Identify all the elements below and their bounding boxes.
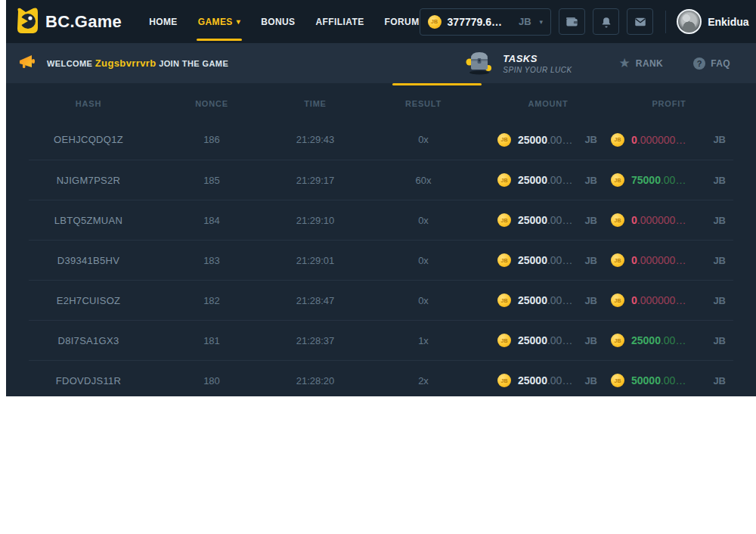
bet-amount: JB25000.00…JB [491, 293, 605, 307]
jb-coin-icon: JB [611, 374, 624, 387]
column-header-profit: PROFIT [605, 99, 733, 108]
nav-right-cluster: JB 377779.6… JB ▾ [420, 8, 756, 36]
user-menu[interactable]: Enkidua ▾ [677, 9, 756, 34]
table-row[interactable]: D8I7SA1GX318121:28:371xJB25000.00…JBJB25… [29, 320, 733, 360]
bet-amount: JB25000.00…JB [491, 334, 605, 347]
currency-unit: JB [584, 335, 597, 346]
nav-item-affiliate[interactable]: AFFILIATE [316, 0, 364, 43]
column-header-time: TIME [275, 99, 355, 108]
bet-time: 21:28:47 [275, 295, 355, 306]
nav-item-bonus[interactable]: BONUS [261, 0, 295, 43]
jb-coin-icon: JB [497, 173, 511, 187]
avatar [677, 9, 702, 34]
jb-coin-icon: JB [497, 133, 511, 147]
bet-result: 1x [355, 335, 491, 346]
jb-coin-icon: JB [497, 293, 511, 307]
jb-coin-icon: JB [497, 253, 511, 267]
table-row[interactable]: FDOVDJS11R18021:28:202xJB25000.00…JBJB50… [29, 360, 733, 396]
welcome-text: WELCOME Zugsbvrrvrb JOIN THE GAME [47, 57, 228, 69]
tasks-link[interactable]: TASKS SPIN YOUR LUCK [463, 49, 572, 78]
bet-hash: NJIGM7PS2R [29, 175, 148, 186]
bet-amount: JB25000.00…JB [491, 374, 605, 387]
top-navbar: BC.Game HOMEGAMES▾BONUSAFFILIATEFORUM JB… [6, 0, 756, 43]
bet-nonce: 185 [148, 175, 275, 186]
bet-result: 60x [355, 175, 491, 186]
table-row[interactable]: OEHJCQDQ1Z18621:29:430xJB25000.00…JBJB0.… [29, 120, 733, 160]
table-row[interactable]: E2H7CUISOZ18221:28:470xJB25000.00…JBJB0.… [29, 280, 733, 320]
bc-game-app: BC.Game HOMEGAMES▾BONUSAFFILIATEFORUM JB… [6, 0, 756, 396]
banner-links: TASKS SPIN YOUR LUCK ★ RANK ? FAQ [463, 49, 741, 78]
bet-time: 21:28:20 [275, 375, 355, 387]
question-icon: ? [693, 57, 705, 70]
currency-unit: JB [713, 134, 726, 145]
bet-profit: JB0.000000…JB [605, 213, 733, 227]
balance-selector[interactable]: JB 377779.6… JB ▾ [420, 8, 552, 36]
bet-nonce: 182 [148, 295, 275, 306]
jb-coin-icon: JB [611, 334, 624, 347]
currency-unit: JB [584, 255, 597, 266]
bet-time: 21:29:17 [275, 175, 355, 186]
table-body: OEHJCQDQ1Z18621:29:430xJB25000.00…JBJB0.… [29, 120, 733, 396]
bet-result: 0x [355, 295, 491, 306]
table-row[interactable]: D39341B5HV18321:29:010xJB25000.00…JBJB0.… [29, 240, 733, 280]
bet-profit: JB25000.00…JB [605, 334, 733, 347]
table-row[interactable]: LBTQ5ZMUAN18421:29:100xJB25000.00…JBJB0.… [29, 200, 733, 240]
chevron-down-icon: ▾ [540, 18, 544, 26]
bet-hash: LBTQ5ZMUAN [29, 215, 148, 226]
jb-coin-icon: JB [611, 133, 624, 147]
jb-coin-icon: JB [497, 374, 511, 387]
bet-result: 0x [355, 255, 491, 266]
jb-coin-icon: JB [611, 293, 624, 307]
nav-item-home[interactable]: HOME [149, 0, 178, 43]
bet-time: 21:29:01 [275, 255, 355, 266]
mail-icon [634, 15, 647, 29]
faq-label: FAQ [711, 58, 730, 69]
rank-link[interactable]: ★ RANK [619, 57, 664, 70]
currency-unit: JB [584, 175, 597, 186]
bet-amount: JB25000.00…JB [491, 253, 605, 267]
bc-game-logo-icon [14, 6, 39, 38]
currency-unit: JB [584, 134, 597, 145]
table-row[interactable]: NJIGM7PS2R18521:29:1760xJB25000.00…JBJB7… [29, 160, 733, 200]
bet-nonce: 180 [148, 375, 275, 387]
nav-item-games[interactable]: GAMES▾ [198, 0, 240, 43]
wallet-button[interactable] [559, 8, 585, 35]
bet-profit: JB0.000000…JB [605, 293, 733, 307]
currency-unit: JB [584, 215, 597, 226]
faq-link[interactable]: ? FAQ [693, 57, 730, 70]
currency-unit: JB [713, 175, 726, 186]
bet-nonce: 183 [148, 255, 275, 266]
brand-logo[interactable]: BC.Game [14, 6, 122, 38]
bet-profit: JB0.000000…JB [605, 253, 733, 267]
balance-value: 377779.6… [448, 16, 502, 28]
jb-coin-icon: JB [497, 334, 511, 347]
announcement-message: WELCOME Zugsbvrrvrb JOIN THE GAME [18, 54, 228, 73]
nav-item-forum[interactable]: FORUM [385, 0, 420, 43]
column-header-hash: HASH [29, 99, 148, 108]
bet-time: 21:29:10 [275, 215, 355, 226]
tasks-subtitle: SPIN YOUR LUCK [503, 66, 572, 74]
column-header-result: RESULT [355, 99, 491, 108]
jb-coin-icon: JB [611, 253, 624, 267]
notifications-button[interactable] [593, 8, 619, 35]
column-header-amount: AMOUNT [491, 99, 605, 108]
bet-time: 21:29:43 [275, 134, 355, 145]
brand-name: BC.Game [45, 12, 122, 32]
treasure-chest-icon [463, 49, 495, 78]
bet-result: 0x [355, 215, 491, 226]
currency-unit: JB [713, 375, 726, 387]
messages-button[interactable] [627, 8, 653, 35]
bet-hash: E2H7CUISOZ [29, 295, 148, 306]
bet-result: 0x [355, 134, 491, 145]
bet-profit: JB75000.00…JB [605, 173, 733, 187]
currency-unit: JB [584, 375, 597, 387]
bet-amount: JB25000.00…JB [491, 173, 605, 187]
bet-hash: OEHJCQDQ1Z [29, 134, 148, 145]
table-header: HASHNONCETIMERESULTAMOUNTPROFIT [29, 83, 733, 120]
nav-menu: HOMEGAMES▾BONUSAFFILIATEFORUM [149, 0, 419, 43]
bets-table: HASHNONCETIMERESULTAMOUNTPROFIT OEHJCQDQ… [6, 83, 756, 396]
welcome-username: Zugsbvrrvrb [95, 57, 156, 69]
bet-result: 2x [355, 375, 491, 387]
bet-nonce: 181 [148, 335, 275, 346]
jb-coin-icon: JB [428, 15, 442, 29]
